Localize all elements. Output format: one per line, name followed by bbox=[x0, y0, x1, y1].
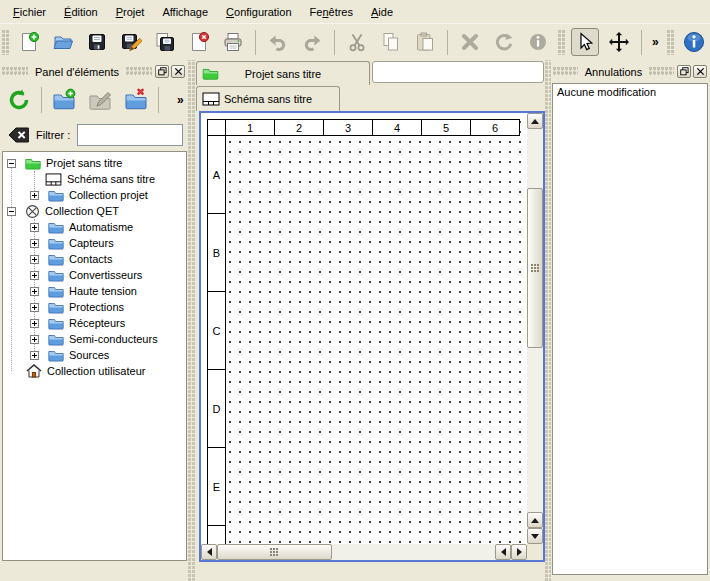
project-tab-bar: Projet sans titre bbox=[196, 60, 545, 85]
expand-expander-icon[interactable] bbox=[30, 287, 39, 296]
new-category-button[interactable] bbox=[50, 86, 78, 114]
scroll-left-button[interactable] bbox=[201, 544, 217, 560]
arrow-up-icon bbox=[531, 119, 539, 124]
reload-collections-button[interactable] bbox=[5, 86, 33, 114]
scroll-right-button[interactable] bbox=[511, 544, 527, 560]
menu-fenetres[interactable]: Fenêtres bbox=[301, 3, 362, 21]
dock-float-button[interactable] bbox=[677, 65, 691, 78]
delete-button[interactable] bbox=[456, 28, 484, 56]
toolbar-handle[interactable] bbox=[558, 30, 565, 55]
redo-button[interactable] bbox=[298, 28, 326, 56]
menu-fichier[interactable]: Fichier bbox=[4, 3, 55, 21]
cut-button[interactable] bbox=[343, 28, 371, 56]
undo-panel-titlebar[interactable]: Annulations bbox=[553, 64, 708, 79]
menu-aide[interactable]: Aide bbox=[362, 3, 402, 21]
expand-expander-icon[interactable] bbox=[30, 271, 39, 280]
filter-input[interactable] bbox=[77, 124, 183, 146]
clear-filter-button[interactable] bbox=[7, 125, 29, 145]
close-document-icon bbox=[188, 31, 210, 53]
tree-item-automatisme[interactable]: Automatisme bbox=[3, 219, 186, 235]
elements-tree[interactable]: Projet sans titre Schéma sans titre bbox=[2, 151, 187, 561]
tree-item-projet-sans-titre[interactable]: Projet sans titre bbox=[3, 155, 186, 171]
project-folder-icon bbox=[202, 67, 219, 80]
menu-edition[interactable]: Édition bbox=[55, 3, 107, 21]
open-project-button[interactable] bbox=[49, 28, 77, 56]
menu-projet[interactable]: Projet bbox=[107, 3, 154, 21]
tree-item-haute-tension[interactable]: Haute tension bbox=[3, 283, 186, 299]
horizontal-scrollbar[interactable] bbox=[201, 544, 527, 560]
panel-toolbar-overflow-chevron[interactable]: » bbox=[175, 93, 186, 107]
tree-item-collection-projet[interactable]: Collection projet bbox=[3, 187, 186, 203]
tree-item-protections[interactable]: Protections bbox=[3, 299, 186, 315]
expand-expander-icon[interactable] bbox=[30, 191, 39, 200]
toolbar-separator bbox=[334, 30, 335, 55]
tree-item-collection-qet[interactable]: Collection QET bbox=[3, 203, 186, 219]
undo-history-list[interactable]: Aucune modification bbox=[552, 83, 708, 575]
expand-expander-icon[interactable] bbox=[30, 351, 39, 360]
filter-label: Filtrer : bbox=[36, 129, 70, 141]
menu-configuration[interactable]: Configuration bbox=[217, 3, 300, 21]
collapse-expander-icon[interactable] bbox=[7, 207, 16, 216]
menu-affichage[interactable]: Affichage bbox=[153, 3, 217, 21]
save-as-button[interactable] bbox=[117, 28, 145, 56]
rotate-button[interactable] bbox=[490, 28, 518, 56]
tree-item-label: Automatisme bbox=[69, 221, 133, 233]
scroll-down-button[interactable] bbox=[527, 528, 543, 544]
select-mode-button[interactable] bbox=[571, 28, 599, 56]
scroll-mode-button[interactable] bbox=[605, 28, 633, 56]
toolbar-handle[interactable] bbox=[667, 30, 674, 55]
tree-item-semi-conducteurs[interactable]: Semi-conducteurs bbox=[3, 331, 186, 347]
vertical-scrollbar-thumb[interactable] bbox=[527, 188, 543, 348]
toolbar-overflow-chevron[interactable]: » bbox=[650, 35, 661, 49]
object-info-button[interactable] bbox=[524, 28, 552, 56]
tree-item-capteurs[interactable]: Capteurs bbox=[3, 235, 186, 251]
dock-close-button[interactable] bbox=[693, 65, 707, 78]
diagram-corner-cell bbox=[207, 119, 226, 136]
tree-item-label: Sources bbox=[69, 349, 109, 361]
expand-expander-icon[interactable] bbox=[30, 223, 39, 232]
scroll-up-button[interactable] bbox=[527, 113, 543, 129]
project-folder-icon bbox=[25, 157, 41, 170]
horizontal-scrollbar-thumb[interactable] bbox=[217, 544, 332, 560]
tree-item-recepteurs[interactable]: Récepteurs bbox=[3, 315, 186, 331]
delete-category-button[interactable] bbox=[122, 86, 150, 114]
tree-item-collection-utilisateur[interactable]: Collection utilisateur bbox=[3, 363, 186, 379]
tree-item-schema-sans-titre[interactable]: Schéma sans titre bbox=[3, 171, 186, 187]
expand-expander-icon[interactable] bbox=[30, 335, 39, 344]
collapse-expander-icon[interactable] bbox=[7, 159, 16, 168]
folder-icon bbox=[48, 269, 64, 282]
dock-float-button[interactable] bbox=[155, 65, 169, 78]
tab-schema-sans-titre[interactable]: Schéma sans titre bbox=[196, 86, 340, 111]
copy-button[interactable] bbox=[377, 28, 405, 56]
scroll-up-button[interactable] bbox=[527, 512, 543, 528]
dock-close-button[interactable] bbox=[171, 65, 185, 78]
about-button[interactable] bbox=[680, 28, 708, 56]
tree-item-sources[interactable]: Sources bbox=[3, 347, 186, 363]
close-project-button[interactable] bbox=[185, 28, 213, 56]
qelectrotech-window: Fichier Édition Projet Affichage Configu… bbox=[0, 0, 710, 581]
edit-category-button[interactable] bbox=[86, 86, 114, 114]
paste-button[interactable] bbox=[411, 28, 439, 56]
save-all-button[interactable] bbox=[151, 28, 179, 56]
expand-expander-icon[interactable] bbox=[30, 319, 39, 328]
save-as-icon bbox=[120, 31, 142, 53]
expand-expander-icon[interactable] bbox=[30, 239, 39, 248]
save-button[interactable] bbox=[83, 28, 111, 56]
vertical-scrollbar[interactable] bbox=[527, 113, 543, 544]
element-panel-titlebar[interactable]: Panel d'éléments bbox=[2, 64, 186, 79]
schematic-canvas[interactable]: 1 2 3 4 5 6 A B C D E bbox=[201, 113, 527, 544]
print-button[interactable] bbox=[219, 28, 247, 56]
tab-bar-empty-area bbox=[372, 61, 544, 83]
undo-button[interactable] bbox=[264, 28, 292, 56]
expand-expander-icon[interactable] bbox=[30, 303, 39, 312]
toolbar-handle[interactable] bbox=[2, 30, 9, 55]
undo-panel-dock: Annulations bbox=[551, 60, 710, 581]
tree-item-contacts[interactable]: Contacts bbox=[3, 251, 186, 267]
dock-splitter[interactable] bbox=[188, 60, 196, 581]
scroll-left-button[interactable] bbox=[495, 544, 511, 560]
expand-expander-icon[interactable] bbox=[30, 255, 39, 264]
tab-projet-sans-titre[interactable]: Projet sans titre bbox=[196, 61, 370, 85]
tree-item-convertisseurs[interactable]: Convertisseurs bbox=[3, 267, 186, 283]
new-project-button[interactable] bbox=[15, 28, 43, 56]
undo-empty-message: Aucune modification bbox=[557, 86, 703, 98]
